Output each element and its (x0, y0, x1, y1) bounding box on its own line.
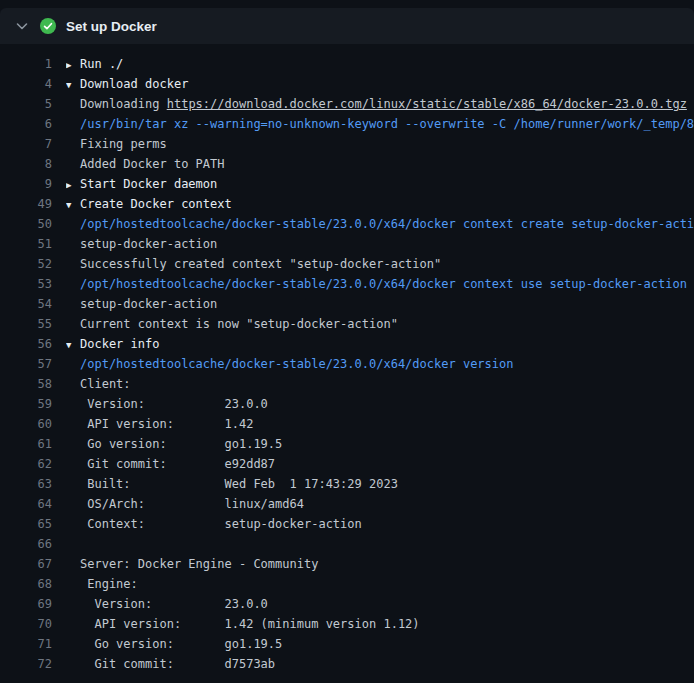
log-lines: 1 ▶Run ./ 4 ▼Download docker 5 Downloadi… (0, 44, 694, 674)
line-number[interactable]: 6 (0, 114, 52, 134)
log-line: 49 ▼Create Docker context (0, 194, 694, 214)
line-content: Fixing perms (66, 134, 694, 154)
line-number[interactable]: 59 (0, 394, 52, 414)
line-number[interactable]: 54 (0, 294, 52, 314)
log-line: 63 Built: Wed Feb 1 17:43:29 2023 (0, 474, 694, 494)
line-number[interactable]: 4 (0, 74, 52, 94)
log-line: 70 API version: 1.42 (minimum version 1.… (0, 614, 694, 634)
line-number[interactable]: 57 (0, 354, 52, 374)
line-content: API version: 1.42 (minimum version 1.12) (66, 614, 694, 634)
line-number[interactable]: 55 (0, 314, 52, 334)
line-content: /usr/bin/tar xz --warning=no-unknown-key… (66, 114, 694, 134)
line-number[interactable]: 67 (0, 554, 52, 574)
line-number[interactable]: 66 (0, 534, 52, 554)
line-number[interactable]: 49 (0, 194, 52, 214)
workflow-log-page: Set up Docker 1 ▶Run ./ 4 ▼Download dock… (0, 8, 694, 683)
line-number[interactable]: 1 (0, 54, 52, 74)
line-content: Version: 23.0.0 (66, 394, 694, 414)
line-number[interactable]: 58 (0, 374, 52, 394)
line-number[interactable]: 50 (0, 214, 52, 234)
line-number[interactable]: 72 (0, 654, 52, 674)
line-content: Successfully created context "setup-dock… (66, 254, 694, 274)
group-chevron-down-icon[interactable]: ▼ (66, 335, 80, 354)
line-number[interactable]: 5 (0, 94, 52, 114)
log-line: 6 /usr/bin/tar xz --warning=no-unknown-k… (0, 114, 694, 134)
group-chevron-down-icon[interactable]: ▼ (66, 195, 80, 214)
line-content: /opt/hostedtoolcache/docker-stable/23.0.… (66, 274, 694, 294)
line-content: Git commit: e92dd87 (66, 454, 694, 474)
log-line: 9 ▶Start Docker daemon (0, 174, 694, 194)
log-line: 60 API version: 1.42 (0, 414, 694, 434)
line-number[interactable]: 71 (0, 634, 52, 654)
line-content: ▶Run ./ (66, 54, 694, 74)
group-chevron-right-icon[interactable]: ▶ (66, 55, 80, 74)
line-content: /opt/hostedtoolcache/docker-stable/23.0.… (66, 214, 694, 234)
line-content: Engine: (66, 574, 694, 594)
log-line: 55 Current context is now "setup-docker-… (0, 314, 694, 334)
log-line: 7 Fixing perms (0, 134, 694, 154)
log-line: 66 (0, 534, 694, 554)
line-number[interactable]: 8 (0, 154, 52, 174)
line-number[interactable]: 62 (0, 454, 52, 474)
log-line: 69 Version: 23.0.0 (0, 594, 694, 614)
log-line: 58 Client: (0, 374, 694, 394)
line-content: ▼Docker info (66, 334, 694, 354)
line-content: /opt/hostedtoolcache/docker-stable/23.0.… (66, 354, 694, 374)
log-line: 64 OS/Arch: linux/amd64 (0, 494, 694, 514)
line-content: Version: 23.0.0 (66, 594, 694, 614)
log-line: 72 Git commit: d7573ab (0, 654, 694, 674)
log-line: 4 ▼Download docker (0, 74, 694, 94)
line-content: Current context is now "setup-docker-act… (66, 314, 694, 334)
line-number[interactable]: 7 (0, 134, 52, 154)
line-number[interactable]: 53 (0, 274, 52, 294)
line-content: ▼Download docker (66, 74, 694, 94)
line-number[interactable]: 69 (0, 594, 52, 614)
line-content: Client: (66, 374, 694, 394)
line-content: setup-docker-action (66, 234, 694, 254)
line-number[interactable]: 56 (0, 334, 52, 354)
log-line: 61 Go version: go1.19.5 (0, 434, 694, 454)
log-line: 52 Successfully created context "setup-d… (0, 254, 694, 274)
log-line: 51 setup-docker-action (0, 234, 694, 254)
log-line: 62 Git commit: e92dd87 (0, 454, 694, 474)
line-content: Context: setup-docker-action (66, 514, 694, 534)
line-content: Server: Docker Engine - Community (66, 554, 694, 574)
log-line: 5 Downloading https://download.docker.co… (0, 94, 694, 114)
log-line: 67 Server: Docker Engine - Community (0, 554, 694, 574)
group-chevron-right-icon[interactable]: ▶ (66, 175, 80, 194)
log-line: 57 /opt/hostedtoolcache/docker-stable/23… (0, 354, 694, 374)
chevron-down-icon[interactable] (14, 18, 30, 34)
group-chevron-down-icon[interactable]: ▼ (66, 75, 80, 94)
log-line: 54 setup-docker-action (0, 294, 694, 314)
line-number[interactable]: 64 (0, 494, 52, 514)
log-line: 56 ▼Docker info (0, 334, 694, 354)
log-line: 71 Go version: go1.19.5 (0, 634, 694, 654)
log-line: 8 Added Docker to PATH (0, 154, 694, 174)
log-line: 53 /opt/hostedtoolcache/docker-stable/23… (0, 274, 694, 294)
line-number[interactable]: 61 (0, 434, 52, 454)
line-number[interactable]: 52 (0, 254, 52, 274)
line-number[interactable]: 9 (0, 174, 52, 194)
line-content: OS/Arch: linux/amd64 (66, 494, 694, 514)
line-content: Go version: go1.19.5 (66, 434, 694, 454)
log-line: 68 Engine: (0, 574, 694, 594)
log-url-link[interactable]: https://download.docker.com/linux/static… (167, 97, 687, 111)
line-number[interactable]: 51 (0, 234, 52, 254)
line-content: Go version: go1.19.5 (66, 634, 694, 654)
line-content: Downloading https://download.docker.com/… (66, 94, 694, 114)
line-content: API version: 1.42 (66, 414, 694, 434)
line-content: setup-docker-action (66, 294, 694, 314)
line-number[interactable]: 60 (0, 414, 52, 434)
line-number[interactable]: 68 (0, 574, 52, 594)
step-title: Set up Docker (66, 19, 157, 34)
success-check-icon (40, 18, 56, 34)
line-content: Git commit: d7573ab (66, 654, 694, 674)
line-content: Added Docker to PATH (66, 154, 694, 174)
line-content: ▶Start Docker daemon (66, 174, 694, 194)
log-line: 65 Context: setup-docker-action (0, 514, 694, 534)
line-number[interactable]: 70 (0, 614, 52, 634)
line-number[interactable]: 63 (0, 474, 52, 494)
step-header[interactable]: Set up Docker (0, 8, 694, 44)
log-line: 50 /opt/hostedtoolcache/docker-stable/23… (0, 214, 694, 234)
line-number[interactable]: 65 (0, 514, 52, 534)
